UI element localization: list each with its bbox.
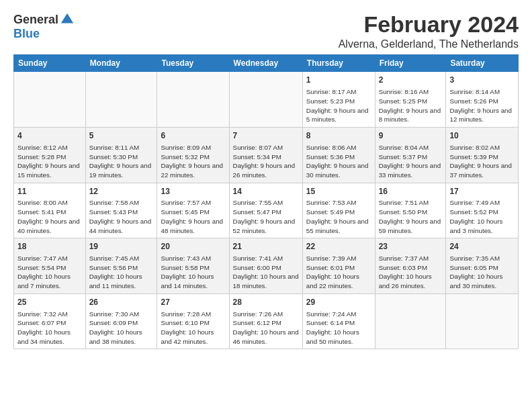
calendar-cell-w1-d4: 8Sunrise: 8:06 AM Sunset: 5:36 PM Daylig… [302, 128, 375, 183]
day-info: Sunrise: 7:49 AM Sunset: 5:52 PM Dayligh… [449, 198, 515, 235]
day-number: 16 [379, 186, 443, 197]
day-info: Sunrise: 7:47 AM Sunset: 5:54 PM Dayligh… [17, 254, 82, 291]
calendar-header: Sunday Monday Tuesday Wednesday Thursday… [14, 55, 519, 72]
day-number: 19 [89, 241, 154, 253]
day-number: 12 [89, 186, 154, 197]
day-number: 5 [89, 130, 154, 142]
day-info: Sunrise: 7:43 AM Sunset: 5:58 PM Dayligh… [161, 254, 225, 291]
calendar-cell-w4-d4: 29Sunrise: 7:24 AM Sunset: 6:14 PM Dayli… [302, 293, 375, 349]
calendar-cell-w3-d3: 21Sunrise: 7:41 AM Sunset: 6:00 PM Dayli… [229, 238, 302, 294]
calendar-week-2: 11Sunrise: 8:00 AM Sunset: 5:41 PM Dayli… [14, 183, 519, 238]
calendar-cell-w4-d0: 25Sunrise: 7:32 AM Sunset: 6:07 PM Dayli… [14, 293, 86, 349]
day-number: 27 [161, 297, 225, 308]
calendar-cell-w1-d0: 4Sunrise: 8:12 AM Sunset: 5:28 PM Daylig… [14, 128, 86, 183]
calendar-cell-w0-d3 [229, 72, 302, 128]
day-number: 26 [89, 297, 154, 308]
calendar-cell-w2-d1: 12Sunrise: 7:58 AM Sunset: 5:43 PM Dayli… [85, 183, 157, 238]
calendar-cell-w0-d0 [14, 72, 86, 128]
calendar-cell-w1-d2: 6Sunrise: 8:09 AM Sunset: 5:32 PM Daylig… [157, 128, 229, 183]
day-info: Sunrise: 7:55 AM Sunset: 5:47 PM Dayligh… [233, 198, 299, 235]
calendar-cell-w2-d3: 14Sunrise: 7:55 AM Sunset: 5:47 PM Dayli… [229, 183, 302, 238]
calendar-table: Sunday Monday Tuesday Wednesday Thursday… [13, 54, 519, 349]
calendar-week-0: 1Sunrise: 8:17 AM Sunset: 5:23 PM Daylig… [14, 72, 519, 128]
day-info: Sunrise: 7:53 AM Sunset: 5:49 PM Dayligh… [306, 198, 371, 235]
day-info: Sunrise: 7:30 AM Sunset: 6:09 PM Dayligh… [89, 310, 154, 347]
day-info: Sunrise: 8:16 AM Sunset: 5:25 PM Dayligh… [379, 87, 443, 124]
header-friday: Friday [375, 55, 446, 72]
calendar-cell-w0-d4: 1Sunrise: 8:17 AM Sunset: 5:23 PM Daylig… [302, 72, 375, 128]
day-info: Sunrise: 7:41 AM Sunset: 6:00 PM Dayligh… [233, 254, 299, 291]
calendar-cell-w1-d6: 10Sunrise: 8:02 AM Sunset: 5:39 PM Dayli… [446, 128, 519, 183]
day-number: 17 [449, 186, 515, 197]
day-number: 23 [379, 241, 443, 253]
header-thursday: Thursday [302, 55, 375, 72]
logo-blue-text: Blue [13, 27, 40, 41]
header-tuesday: Tuesday [157, 55, 229, 72]
day-info: Sunrise: 7:26 AM Sunset: 6:12 PM Dayligh… [233, 310, 299, 347]
day-info: Sunrise: 7:51 AM Sunset: 5:50 PM Dayligh… [379, 198, 443, 235]
calendar-cell-w0-d6: 3Sunrise: 8:14 AM Sunset: 5:26 PM Daylig… [446, 72, 519, 128]
calendar-cell-w4-d6 [446, 293, 519, 349]
day-number: 6 [161, 130, 225, 142]
day-number: 2 [379, 75, 443, 86]
day-number: 8 [306, 130, 371, 142]
day-info: Sunrise: 8:00 AM Sunset: 5:41 PM Dayligh… [17, 198, 82, 235]
calendar-cell-w0-d1 [85, 72, 157, 128]
calendar-week-1: 4Sunrise: 8:12 AM Sunset: 5:28 PM Daylig… [14, 128, 519, 183]
calendar-cell-w2-d4: 15Sunrise: 7:53 AM Sunset: 5:49 PM Dayli… [302, 183, 375, 238]
day-info: Sunrise: 8:11 AM Sunset: 5:30 PM Dayligh… [89, 143, 154, 180]
calendar-cell-w0-d2 [157, 72, 229, 128]
calendar-cell-w4-d5 [375, 293, 446, 349]
calendar-cell-w3-d6: 24Sunrise: 7:35 AM Sunset: 6:05 PM Dayli… [446, 238, 519, 294]
day-number: 15 [306, 186, 371, 197]
day-number: 21 [233, 241, 299, 253]
calendar-cell-w1-d5: 9Sunrise: 8:04 AM Sunset: 5:37 PM Daylig… [375, 128, 446, 183]
calendar-body: 1Sunrise: 8:17 AM Sunset: 5:23 PM Daylig… [14, 72, 519, 349]
day-info: Sunrise: 8:12 AM Sunset: 5:28 PM Dayligh… [17, 143, 82, 180]
day-number: 11 [17, 186, 82, 197]
day-number: 20 [161, 241, 225, 253]
calendar-cell-w2-d2: 13Sunrise: 7:57 AM Sunset: 5:45 PM Dayli… [157, 183, 229, 238]
day-number: 24 [449, 241, 515, 253]
header: General Blue February 2024 Alverna, Geld… [13, 12, 519, 50]
day-number: 28 [233, 297, 299, 308]
day-number: 25 [17, 297, 82, 308]
day-info: Sunrise: 7:58 AM Sunset: 5:43 PM Dayligh… [89, 198, 154, 235]
day-number: 9 [379, 130, 443, 142]
day-number: 1 [306, 75, 371, 86]
calendar-cell-w2-d5: 16Sunrise: 7:51 AM Sunset: 5:50 PM Dayli… [375, 183, 446, 238]
month-title: February 2024 [339, 12, 519, 37]
day-info: Sunrise: 8:06 AM Sunset: 5:36 PM Dayligh… [306, 143, 371, 180]
calendar-cell-w1-d3: 7Sunrise: 8:07 AM Sunset: 5:34 PM Daylig… [229, 128, 302, 183]
day-info: Sunrise: 8:02 AM Sunset: 5:39 PM Dayligh… [449, 143, 515, 180]
svg-marker-0 [61, 13, 73, 24]
day-number: 29 [306, 297, 371, 308]
header-monday: Monday [85, 55, 157, 72]
day-info: Sunrise: 8:17 AM Sunset: 5:23 PM Dayligh… [306, 87, 371, 124]
day-info: Sunrise: 8:09 AM Sunset: 5:32 PM Dayligh… [161, 143, 225, 180]
day-number: 10 [449, 130, 515, 142]
header-sunday: Sunday [14, 55, 86, 72]
calendar-cell-w0-d5: 2Sunrise: 8:16 AM Sunset: 5:25 PM Daylig… [375, 72, 446, 128]
logo-general-text: General [13, 13, 58, 27]
calendar-cell-w3-d4: 22Sunrise: 7:39 AM Sunset: 6:01 PM Dayli… [302, 238, 375, 294]
page: General Blue February 2024 Alverna, Geld… [0, 0, 532, 356]
logo-icon [60, 12, 75, 27]
day-info: Sunrise: 7:39 AM Sunset: 6:01 PM Dayligh… [306, 254, 371, 291]
day-number: 14 [233, 186, 299, 197]
logo: General Blue [13, 12, 75, 41]
calendar-cell-w1-d1: 5Sunrise: 8:11 AM Sunset: 5:30 PM Daylig… [85, 128, 157, 183]
day-number: 3 [449, 75, 515, 86]
calendar-cell-w4-d1: 26Sunrise: 7:30 AM Sunset: 6:09 PM Dayli… [85, 293, 157, 349]
calendar-cell-w3-d1: 19Sunrise: 7:45 AM Sunset: 5:56 PM Dayli… [85, 238, 157, 294]
day-number: 4 [17, 130, 82, 142]
day-info: Sunrise: 7:57 AM Sunset: 5:45 PM Dayligh… [161, 198, 225, 235]
day-info: Sunrise: 7:24 AM Sunset: 6:14 PM Dayligh… [306, 310, 371, 347]
day-number: 22 [306, 241, 371, 253]
title-area: February 2024 Alverna, Gelderland, The N… [339, 12, 519, 50]
header-saturday: Saturday [446, 55, 519, 72]
header-wednesday: Wednesday [229, 55, 302, 72]
calendar-cell-w3-d0: 18Sunrise: 7:47 AM Sunset: 5:54 PM Dayli… [14, 238, 86, 294]
calendar-cell-w3-d5: 23Sunrise: 7:37 AM Sunset: 6:03 PM Dayli… [375, 238, 446, 294]
calendar-cell-w4-d3: 28Sunrise: 7:26 AM Sunset: 6:12 PM Dayli… [229, 293, 302, 349]
